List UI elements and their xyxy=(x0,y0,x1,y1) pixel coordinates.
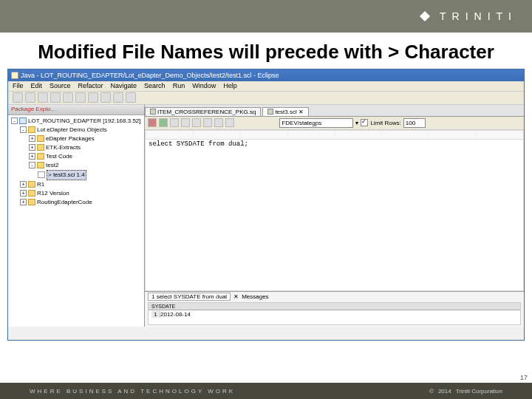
toolbar-button[interactable] xyxy=(181,118,190,127)
toolbar-button[interactable] xyxy=(170,118,179,127)
package-explorer: Package Explo... - LOT_ROUTING_EDAPTER [… xyxy=(8,105,145,327)
result-tab-messages[interactable]: Messages xyxy=(242,293,268,300)
results-tabs: 1 select SYSDATE from dual ✕ Messages xyxy=(145,292,524,302)
results-grid: SYSDATE 1 2012-08-14 xyxy=(148,302,521,325)
expand-icon[interactable]: + xyxy=(20,190,27,197)
tree-demo-objects[interactable]: - Lot eDapter Demo Objects xyxy=(10,126,143,134)
folder-icon xyxy=(28,190,35,197)
tree-label: test2 xyxy=(46,161,58,170)
stop-button[interactable] xyxy=(148,118,157,127)
folder-icon xyxy=(28,181,35,188)
debug-button[interactable] xyxy=(50,92,61,103)
window-title: Java - LOT_ROUTING_EDAPTER/Lot_eDapter_D… xyxy=(21,72,279,79)
menu-source[interactable]: Source xyxy=(50,82,71,89)
toolbar-button[interactable] xyxy=(75,92,86,103)
folder-icon xyxy=(28,199,35,205)
limit-rows-input[interactable]: 100 xyxy=(403,118,426,128)
expand-icon[interactable]: + xyxy=(20,181,27,188)
connection-dropdown[interactable]: FDEV/stategps xyxy=(279,118,353,128)
tree-label: R1 xyxy=(37,180,44,189)
tree-packages[interactable]: + eDapter Packages xyxy=(10,134,143,143)
limit-rows-checkbox[interactable] xyxy=(361,119,368,126)
code-editor[interactable]: select SYSDATE from dual; xyxy=(145,130,524,291)
new-button[interactable] xyxy=(13,92,23,103)
limit-value: 100 xyxy=(406,120,415,126)
execute-button[interactable] xyxy=(159,118,168,127)
run-button[interactable] xyxy=(63,92,73,103)
toolbar-button[interactable] xyxy=(203,118,212,127)
slide-title: Modified File Names will precede with > … xyxy=(0,33,532,69)
results-panel: 1 select SYSDATE from dual ✕ Messages SY… xyxy=(145,291,524,327)
toolbar-button[interactable] xyxy=(113,92,123,103)
editor-tab-2[interactable]: test3.scl ✕ xyxy=(262,107,308,116)
tree-label: eDapter Packages xyxy=(46,134,95,143)
page-number: 17 xyxy=(520,374,528,381)
tree-modified-file[interactable]: > test3.scl 1.4 xyxy=(10,170,143,180)
tree-project[interactable]: - LOT_ROUTING_EDAPTER [192.168.3.52] xyxy=(10,117,143,126)
tree-label: Lot eDapter Demo Objects xyxy=(37,126,107,134)
grid-column-header[interactable]: SYSDATE xyxy=(149,303,520,310)
tree-testcode[interactable]: + Test Code xyxy=(10,152,143,161)
collapse-icon[interactable]: - xyxy=(11,117,18,124)
result-tab-1[interactable]: 1 select SYSDATE from dual xyxy=(148,293,231,301)
grid-row[interactable]: 1 2012-08-14 xyxy=(149,310,520,318)
menu-help[interactable]: Help xyxy=(223,82,237,89)
menu-file[interactable]: File xyxy=(13,82,24,89)
expand-icon[interactable]: + xyxy=(20,199,27,205)
tree-label: Test Code xyxy=(46,152,72,161)
menu-search[interactable]: Search xyxy=(144,82,166,89)
brand-text: TRINITI xyxy=(440,10,517,22)
copyright-corp: Triniti Corporation xyxy=(456,388,502,395)
editor-toolbar: FDEV/stategps ▾ Limit Rows: 100 xyxy=(145,117,524,130)
copyright-symbol: © xyxy=(429,388,434,395)
menu-edit[interactable]: Edit xyxy=(31,82,43,89)
menu-bar: File Edit Source Refactor Navigate Searc… xyxy=(8,81,524,92)
workspace: Package Explo... - LOT_ROUTING_EDAPTER [… xyxy=(8,105,524,327)
explorer-tab[interactable]: Package Explo... xyxy=(8,105,144,115)
collapse-icon[interactable]: - xyxy=(20,126,27,133)
toolbar-button[interactable] xyxy=(225,118,234,127)
slide-footer: WHERE BUSINESS AND TECHNOLOGY WORK © 201… xyxy=(0,383,532,399)
tree-r12[interactable]: + R12 Version xyxy=(10,189,143,198)
expand-icon[interactable]: + xyxy=(29,144,35,151)
project-icon xyxy=(19,117,27,124)
code-line: select SYSDATE from dual; xyxy=(146,140,523,149)
editor-tabs: ITEM_CROSSREFERENCE_PKG.sq test3.scl ✕ xyxy=(145,105,524,117)
toolbar-button[interactable] xyxy=(126,92,136,103)
menu-window[interactable]: Window xyxy=(192,82,216,89)
folder-icon xyxy=(37,153,44,160)
tree-label: R12 Version xyxy=(37,189,69,198)
menu-navigate[interactable]: Navigate xyxy=(111,82,137,89)
row-number: 1 xyxy=(151,311,160,318)
folder-icon xyxy=(28,126,35,133)
expand-icon[interactable]: + xyxy=(29,135,35,142)
close-icon[interactable]: ✕ xyxy=(299,109,304,115)
toolbar-button[interactable] xyxy=(192,118,201,127)
print-button[interactable] xyxy=(38,92,48,103)
folder-icon xyxy=(37,144,44,151)
tree-routing[interactable]: + RoutingEdapterCode xyxy=(10,198,143,207)
save-button[interactable] xyxy=(25,92,35,103)
collapse-icon[interactable]: - xyxy=(29,162,35,168)
toolbar-button[interactable] xyxy=(214,118,223,127)
cell-value: 2012-08-14 xyxy=(160,311,191,318)
dropdown-arrow-icon[interactable]: ▾ xyxy=(355,120,358,126)
logo: TRINITI xyxy=(421,10,517,22)
tree-label: ETK-Extracts xyxy=(46,143,81,152)
project-label: LOT_ROUTING_EDAPTER [192.168.3.52] xyxy=(28,117,141,126)
tree-etk[interactable]: + ETK-Extracts xyxy=(10,143,143,152)
expand-icon[interactable]: + xyxy=(29,153,35,160)
tree-test2[interactable]: - test2 xyxy=(10,161,143,170)
project-tree: - LOT_ROUTING_EDAPTER [192.168.3.52] - L… xyxy=(8,115,144,327)
modified-file-label: > test3.scl 1.4 xyxy=(47,170,86,180)
ruler xyxy=(146,131,523,140)
tab-label: ITEM_CROSSREFERENCE_PKG.sq xyxy=(157,109,256,115)
tree-r1[interactable]: + R1 xyxy=(10,180,143,189)
tab-label: test3.scl xyxy=(275,109,296,115)
menu-run[interactable]: Run xyxy=(173,82,185,89)
close-icon[interactable]: ✕ xyxy=(233,293,239,300)
editor-tab-1[interactable]: ITEM_CROSSREFERENCE_PKG.sq xyxy=(145,107,261,116)
toolbar-button[interactable] xyxy=(100,92,111,103)
toolbar-button[interactable] xyxy=(88,92,98,103)
menu-refactor[interactable]: Refactor xyxy=(78,82,103,89)
